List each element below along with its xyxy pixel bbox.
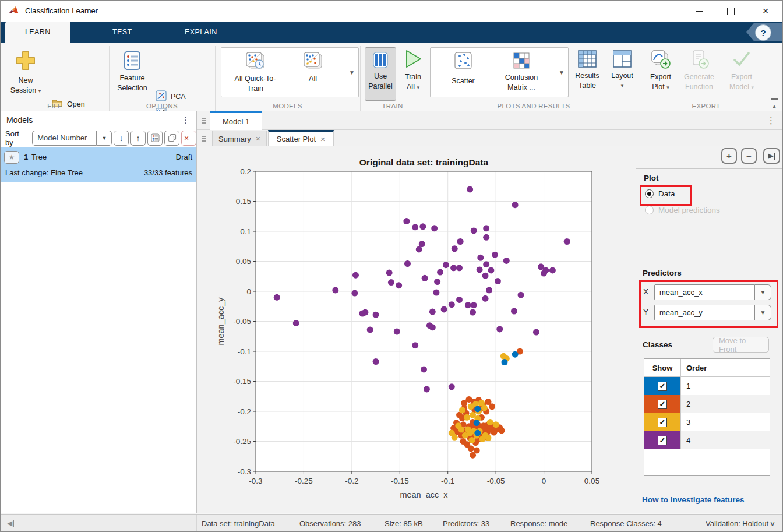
help-button[interactable]: ? (755, 24, 771, 41)
zoom-in-button[interactable]: + (721, 148, 737, 164)
scatter-point-class-4 (431, 225, 438, 231)
all-models-item[interactable]: All (287, 51, 339, 84)
status-size: Size: 85 kB (385, 519, 423, 528)
tab-summary[interactable]: Summary × (212, 131, 267, 146)
scatter-point-class-4 (452, 245, 458, 252)
scatter-tab-close-icon[interactable]: × (320, 135, 325, 144)
class-3-checkbox[interactable]: ✓ (658, 418, 667, 427)
x-tick-label: 0 (542, 477, 546, 485)
tab-bar-grip-handle[interactable] (202, 117, 206, 125)
tab-test[interactable]: TEST (93, 22, 152, 43)
scatter-point-class-4 (403, 218, 410, 224)
confusion-matrix-item[interactable]: Confusion Matrix ... (492, 51, 551, 93)
train-all-button[interactable]: Train All ▾ (398, 48, 428, 93)
maximize-button[interactable] (717, 1, 744, 21)
class-2-checkbox[interactable]: ✓ (658, 400, 667, 409)
scatter-point-class-4 (412, 342, 418, 348)
model-details-button[interactable] (147, 131, 163, 146)
scatter-point-class-4 (486, 287, 492, 293)
scatter-point-class-4 (465, 302, 471, 308)
x-tick-label: -0.1 (441, 477, 454, 485)
y-tick-label: 0.15 (236, 197, 251, 206)
layout-button[interactable]: Layout ▾ (608, 50, 637, 91)
duplicate-model-button[interactable] (164, 131, 179, 146)
export-model-button: Export Model ▾ (723, 50, 760, 93)
model-status: Draft (176, 153, 192, 161)
use-parallel-button[interactable]: Use Parallel (365, 47, 396, 101)
scatter-point-class-4 (467, 186, 473, 192)
summary-tab-close-icon[interactable]: × (256, 134, 260, 143)
new-session-icon (15, 50, 37, 76)
section-label-plots: PLOTS AND RESULTS (425, 103, 643, 110)
radio-model-predictions-icon (645, 206, 654, 214)
sort-by-dropdown-arrow[interactable]: ▼ (97, 131, 112, 146)
tab-model-1[interactable]: Model 1 (210, 111, 262, 130)
scatter-point-class-3 (464, 414, 470, 421)
document-bar-menu-button[interactable]: ⋮ (767, 115, 775, 126)
x-tick-label: -0.3 (249, 477, 262, 485)
new-session-button[interactable]: New Session ▾ (8, 50, 44, 96)
zoom-out-button[interactable]: − (741, 148, 757, 164)
section-label-file: FILE (1, 103, 109, 110)
status-bar: ◀ Data set: trainingData Observations: 2… (1, 514, 782, 532)
y-tick-label: -0.1 (238, 347, 251, 356)
collapse-panel-button[interactable]: ▶ (763, 148, 780, 164)
models-gallery-expand-button[interactable]: ▼ (345, 48, 358, 97)
minimize-button[interactable] (686, 1, 713, 21)
y-tick-label: -0.05 (233, 317, 251, 326)
plus-icon: + (726, 151, 732, 161)
models-panel-menu-button[interactable]: ⋮ (181, 115, 190, 125)
scatter-plot-item[interactable]: Scatter (436, 51, 490, 86)
scatter-point-class-4 (433, 290, 439, 296)
y-tick-label: 0.2 (240, 167, 251, 176)
models-panel: Models ⋮ Sort by Model Number ▼ ↓ ↑ (1, 111, 197, 513)
favorite-star-button[interactable]: ★ (4, 151, 19, 164)
sort-by-select[interactable]: Model Number (32, 131, 97, 146)
tab-explain[interactable]: EXPLAIN (165, 22, 237, 43)
x-axis-label: mean_acc_x (400, 490, 448, 499)
scatter-point-class-1 (512, 351, 519, 358)
all-quick-to-train-item[interactable]: All Quick-To- Train (226, 51, 284, 94)
sort-by-label: Sort by (5, 129, 28, 147)
sort-descending-button[interactable]: ↓ (114, 131, 129, 146)
collapse-ribbon-button[interactable]: ▴ (770, 98, 779, 110)
section-label-export: EXPORT (643, 103, 770, 110)
arrow-down-icon: ↓ (119, 133, 124, 143)
delete-model-button[interactable]: × (181, 131, 196, 146)
scatter-point-class-4 (511, 308, 517, 314)
scatter-point-class-1 (501, 359, 507, 365)
y-tick-label: 0.1 (240, 227, 251, 236)
scatter-point-class-4 (488, 267, 494, 273)
plots-gallery-expand-button[interactable]: ▼ (555, 48, 568, 97)
pca-icon (156, 90, 167, 103)
plots-gallery: Scatter Confusion Matrix ... ▼ (430, 47, 569, 97)
export-model-icon (731, 50, 752, 72)
close-button[interactable]: ✕ (752, 1, 779, 21)
export-plot-dropdown-arrow: ▾ (666, 84, 669, 90)
status-observations: Observations: 283 (299, 519, 361, 528)
tab-scatter-plot[interactable]: Scatter Plot × (268, 130, 334, 146)
model-list-item[interactable]: ★ 1 Tree Draft Last change: Fine Tree 33… (1, 147, 196, 182)
tab-learn[interactable]: LEARN (5, 22, 70, 43)
class-4-checkbox[interactable]: ✓ (658, 436, 667, 445)
move-to-front-button: Move to Front (713, 337, 769, 353)
export-plot-button[interactable]: Export Plot ▾ (644, 50, 677, 93)
feature-selection-button[interactable]: Feature Selection (114, 51, 151, 93)
question-icon: ? (760, 28, 766, 38)
annotation-box-data-radio (640, 185, 692, 206)
scatter-point-class-4 (373, 358, 379, 365)
scatter-point-class-4 (429, 309, 436, 315)
sort-ascending-button[interactable]: ↑ (130, 131, 146, 146)
figure-bar-grip-handle[interactable] (202, 135, 206, 143)
scatter-point-class-4 (421, 366, 427, 372)
how-to-investigate-features-link[interactable]: How to investigate features (642, 495, 745, 504)
results-table-button[interactable]: Results Table (570, 50, 604, 91)
restore-panel-button[interactable]: ◀ (7, 519, 14, 527)
pca-button[interactable]: PCA (156, 90, 186, 103)
scatter-point-class-1 (474, 420, 480, 426)
class-4-order: 4 (681, 431, 770, 449)
radio-model-predictions: Model predictions (645, 206, 720, 214)
scatter-point-class-4 (412, 224, 418, 230)
scatter-plot-icon (454, 51, 472, 73)
class-1-checkbox[interactable]: ✓ (658, 382, 667, 391)
